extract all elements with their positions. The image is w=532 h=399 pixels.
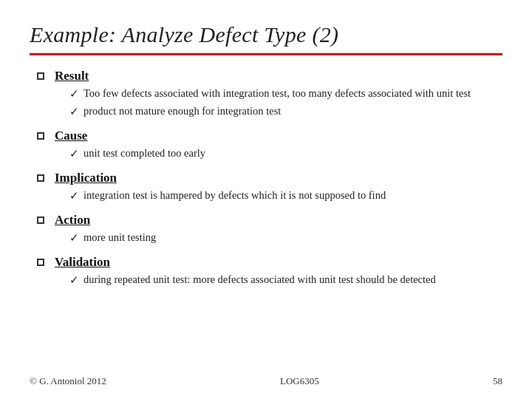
bullet-item-1: Cause✓unit test completed too early [37, 129, 502, 163]
sub-bullet-2-0: ✓integration test is hampered by defects… [69, 188, 502, 204]
bullet-content-0: Result✓Too few defects associated with i… [55, 69, 502, 121]
bullet-header-2: Implication [55, 171, 502, 185]
sub-bullet-0-0: ✓Too few defects associated with integra… [69, 86, 502, 102]
slide: Example: Analyze Defect Type (2) Result✓… [0, 0, 532, 399]
footer-page: 58 [493, 375, 502, 387]
bullet-content-1: Cause✓unit test completed too early [55, 129, 502, 163]
footer-course: LOG6305 [280, 375, 319, 387]
sub-bullets-2: ✓integration test is hampered by defects… [55, 188, 502, 204]
bullet-item-4: Validation✓during repeated unit test: mo… [37, 255, 502, 290]
sub-bullets-0: ✓Too few defects associated with integra… [55, 86, 502, 120]
bullet-header-3: Action [55, 213, 502, 228]
sub-bullet-0-1: ✓product not mature enough for integrati… [69, 103, 502, 120]
bullet-square-0 [37, 72, 44, 80]
sub-text-4-0: during repeated unit test: more defects … [83, 272, 502, 287]
bullet-square-2 [37, 174, 44, 182]
bullet-header-4: Validation [55, 255, 502, 270]
bullet-content-2: Implication✓integration test is hampered… [55, 171, 502, 205]
footer-copyright: © G. Antoniol 2012 [30, 375, 106, 387]
bullet-item-2: Implication✓integration test is hampered… [37, 171, 502, 205]
sub-bullet-1-0: ✓unit test completed too early [69, 146, 502, 162]
bullet-square-3 [37, 216, 44, 224]
slide-footer: © G. Antoniol 2012 LOG6305 58 [30, 375, 502, 387]
bullet-content-3: Action✓more unit testing [55, 213, 502, 248]
bullet-item-3: Action✓more unit testing [37, 213, 502, 248]
sub-bullets-4: ✓during repeated unit test: more defects… [55, 272, 502, 288]
sub-bullet-3-0: ✓more unit testing [69, 230, 502, 246]
slide-title: Example: Analyze Defect Type (2) [30, 22, 502, 47]
content-area: Result✓Too few defects associated with i… [30, 69, 502, 290]
title-divider [30, 53, 502, 55]
sub-bullet-4-0: ✓during repeated unit test: more defects… [69, 272, 502, 288]
sub-text-2-0: integration test is hampered by defects … [83, 188, 502, 203]
bullet-header-1: Cause [55, 129, 502, 143]
bullet-item-0: Result✓Too few defects associated with i… [37, 69, 502, 121]
check-icon-1-0: ✓ [69, 146, 79, 162]
bullet-content-4: Validation✓during repeated unit test: mo… [55, 255, 502, 290]
bullet-square-1 [37, 132, 44, 140]
sub-text-0-1: product not mature enough for integratio… [83, 103, 502, 119]
bullet-header-0: Result [55, 69, 502, 83]
sub-text-0-0: Too few defects associated with integrat… [83, 86, 502, 101]
check-icon-3-0: ✓ [69, 231, 79, 246]
check-icon-4-0: ✓ [69, 273, 79, 288]
check-icon-0-1: ✓ [69, 104, 79, 120]
sub-text-3-0: more unit testing [83, 230, 502, 245]
sub-bullets-1: ✓unit test completed too early [55, 146, 502, 162]
check-icon-0-0: ✓ [69, 86, 79, 102]
check-icon-2-0: ✓ [69, 188, 79, 204]
sub-text-1-0: unit test completed too early [83, 146, 502, 161]
sub-bullets-3: ✓more unit testing [55, 230, 502, 246]
bullet-square-4 [37, 259, 44, 266]
